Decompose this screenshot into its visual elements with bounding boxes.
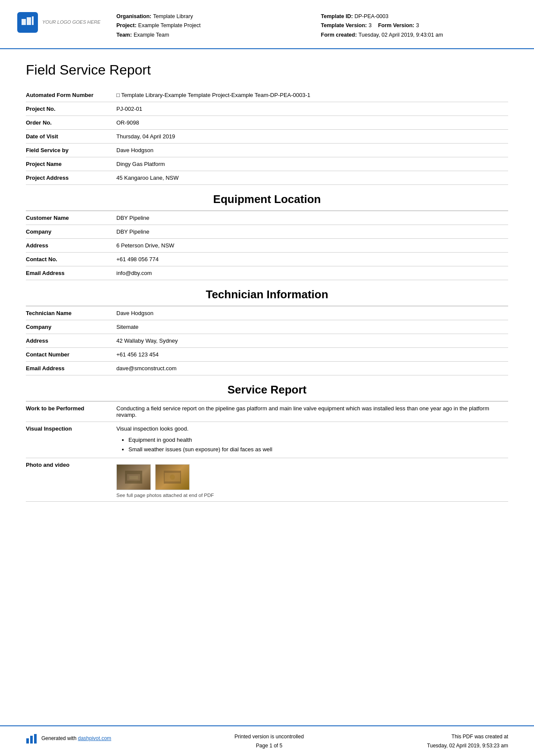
field-value: Visual inspection looks good. Equipment …: [116, 422, 508, 458]
form-fields-table: Automated Form Number □ Template Library…: [26, 88, 508, 502]
footer-left: Generated with dashpivot.com: [26, 732, 111, 744]
field-value: Dave Hodgson: [116, 306, 508, 320]
org-label: Organisation:: [116, 12, 151, 21]
field-value: Dave Hodgson: [116, 143, 508, 157]
table-row: Photo and video: [26, 458, 508, 501]
table-row: Company DBY Pipeline: [26, 225, 508, 238]
field-label: Contact No.: [26, 252, 116, 266]
photo-thumbnail-1: [116, 464, 151, 490]
table-row: Email Address info@dby.com: [26, 266, 508, 280]
main-content: Field Service Report Automated Form Numb…: [0, 49, 534, 725]
footer-logo-icon: [26, 732, 38, 744]
photo-container: [116, 464, 504, 490]
field-label: Customer Name: [26, 211, 116, 225]
team-label: Team:: [116, 31, 132, 40]
project-value: Example Template Project: [138, 21, 201, 30]
pdf-created-label: This PDF was created at: [427, 732, 508, 741]
list-item: Equipment in good health: [128, 435, 504, 445]
team-value: Example Team: [134, 31, 169, 40]
field-value: OR-9098: [116, 116, 508, 129]
table-row: Contact No. +61 498 056 774: [26, 252, 508, 266]
table-row: Address 6 Peterson Drive, NSW: [26, 238, 508, 252]
field-value: 42 Wallaby Way, Sydney: [116, 334, 508, 347]
form-version-label: Form Version:: [378, 21, 414, 30]
section-heading-row: Technician Information: [26, 280, 508, 306]
list-item: Small weather issues (sun exposure) for …: [128, 445, 504, 454]
field-label: Project No.: [26, 102, 116, 116]
template-version-value: 3: [368, 21, 372, 30]
pdf-created-value: Tuesday, 02 April 2019, 9:53:23 am: [427, 741, 508, 750]
field-value: 6 Peterson Drive, NSW: [116, 238, 508, 252]
logo-text: YOUR LOGO GOES HERE: [42, 19, 100, 25]
field-value: Conducting a field service report on the…: [116, 401, 508, 422]
dashpivot-link[interactable]: dashpivot.com: [78, 735, 111, 741]
field-value: Dingy Gas Platform: [116, 157, 508, 171]
footer-generated-text: Generated with dashpivot.com: [41, 735, 111, 741]
field-label: Company: [26, 225, 116, 238]
section-heading-row: Equipment Location: [26, 184, 508, 211]
field-value: Sitemate: [116, 320, 508, 334]
field-label: Project Name: [26, 157, 116, 171]
field-label: Photo and video: [26, 458, 116, 501]
table-row: Work to be Performed Conducting a field …: [26, 401, 508, 422]
page-label: Page 1 of 5: [234, 741, 304, 750]
table-row: Project Name Dingy Gas Platform: [26, 157, 508, 171]
logo-icon: [17, 12, 38, 33]
svg-rect-10: [30, 736, 33, 744]
header-cols: Organisation: Template Library Project: …: [116, 12, 508, 40]
table-row: Project No. PJ-002-01: [26, 102, 508, 116]
field-label: Address: [26, 334, 116, 347]
field-label: Automated Form Number: [26, 88, 116, 102]
svg-rect-2: [32, 16, 34, 25]
logo-box: YOUR LOGO GOES HERE: [17, 12, 103, 33]
field-label: Address: [26, 238, 116, 252]
field-label: Project Address: [26, 171, 116, 184]
template-id-value: DP-PEA-0003: [355, 12, 389, 21]
field-label: Email Address: [26, 361, 116, 375]
photo-caption: See full page photos attached at end of …: [116, 493, 504, 498]
visual-inspection-intro: Visual inspection looks good.: [116, 425, 504, 432]
field-label: Field Service by: [26, 143, 116, 157]
field-value: DBY Pipeline: [116, 225, 508, 238]
table-row: Company Sitemate: [26, 320, 508, 334]
field-label: Work to be Performed: [26, 401, 116, 422]
section-heading-row: Service Report: [26, 375, 508, 401]
service-report-heading: Service Report: [26, 375, 508, 401]
field-value: PJ-002-01: [116, 102, 508, 116]
page-title: Field Service Report: [26, 62, 508, 78]
svg-rect-5: [129, 476, 138, 479]
table-row: Order No. OR-9098: [26, 116, 508, 129]
project-label: Project:: [116, 21, 137, 30]
table-row: Customer Name DBY Pipeline: [26, 211, 508, 225]
svg-rect-11: [34, 734, 37, 744]
table-row: Contact Number +61 456 123 454: [26, 347, 508, 361]
field-label: Date of Visit: [26, 129, 116, 143]
table-row: Technician Name Dave Hodgson: [26, 306, 508, 320]
field-label: Email Address: [26, 266, 116, 280]
header: YOUR LOGO GOES HERE Organisation: Templa…: [0, 0, 534, 49]
template-id-label: Template ID:: [321, 12, 353, 21]
header-meta-right: Template ID: DP-PEA-0003 Template Versio…: [321, 12, 509, 40]
field-value: info@dby.com: [116, 266, 508, 280]
field-label: Technician Name: [26, 306, 116, 320]
field-value: See full page photos attached at end of …: [116, 458, 508, 501]
form-created-value: Tuesday, 02 April 2019, 9:43:01 am: [359, 31, 443, 40]
svg-point-8: [170, 475, 175, 480]
field-label: Company: [26, 320, 116, 334]
form-version-value: 3: [416, 21, 419, 30]
footer-center: Printed version is uncontrolled Page 1 o…: [234, 732, 304, 750]
table-row: Project Address 45 Kangaroo Lane, NSW: [26, 171, 508, 184]
table-row: Address 42 Wallaby Way, Sydney: [26, 334, 508, 347]
table-row: Field Service by Dave Hodgson: [26, 143, 508, 157]
field-value: dave@smconstruct.com: [116, 361, 508, 375]
equipment-location-heading: Equipment Location: [26, 185, 508, 211]
field-value: □ Template Library-Example Template Proj…: [116, 88, 508, 102]
org-value: Template Library: [153, 12, 193, 21]
table-row: Email Address dave@smconstruct.com: [26, 361, 508, 375]
field-value: DBY Pipeline: [116, 211, 508, 225]
svg-rect-0: [22, 19, 26, 25]
page: YOUR LOGO GOES HERE Organisation: Templa…: [0, 0, 534, 756]
footer-right: This PDF was created at Tuesday, 02 Apri…: [427, 732, 508, 750]
form-created-label: Form created:: [321, 31, 357, 40]
field-value: 45 Kangaroo Lane, NSW: [116, 171, 508, 184]
